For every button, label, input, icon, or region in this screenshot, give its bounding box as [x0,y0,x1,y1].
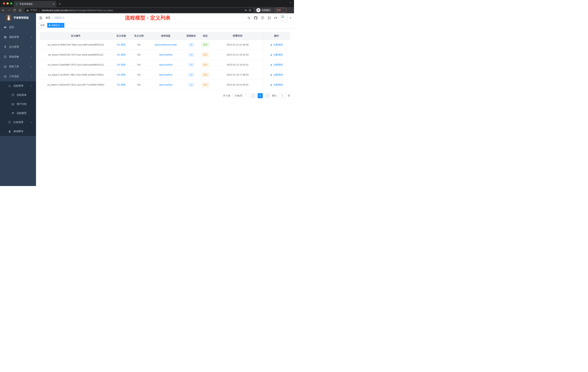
sidebar-item-label: 系统管理 [9,35,19,39]
sidebar-item-home[interactable]: 首页 [0,22,36,32]
sidebar-item-process-management[interactable]: 流程管理 [0,81,36,90]
sidebar-item-user-group[interactable]: 用户分组 [0,99,36,109]
sidebar-item-process-form[interactable]: 流程表单 [0,90,36,99]
key-icon[interactable] [244,9,247,12]
sidebar-item-process-model[interactable]: 流程模型 [0,109,36,118]
avatar-caret-icon[interactable]: ▼ [290,17,292,19]
page-size-select[interactable]: 10条/页 [232,93,249,98]
security-label[interactable]: 不安全 [30,9,37,12]
address-bar[interactable]: 不安全 | dashboard.yudao.iocoder.cn/bpm/man… [24,8,254,12]
back-icon[interactable] [2,9,5,12]
cell-deploy-time: 2022-01-22 20:34:10 [212,50,263,60]
paper-plane-icon [11,112,14,115]
avatar[interactable] [281,14,288,21]
assign-rule-link[interactable]: 分配规则 [270,53,283,56]
breadcrumb-home[interactable]: 首页 [45,16,51,20]
person-icon [270,74,272,76]
person-icon [270,54,272,56]
sidebar-collapse-icon[interactable] [36,16,45,20]
tag-close-icon[interactable]: × [62,24,63,27]
bookmark-star-icon[interactable] [249,9,252,12]
tags-view-bar: 首页 流程定义 × [36,22,294,28]
font-size-icon[interactable]: ᴛT [274,16,277,20]
forward-icon[interactable] [8,9,10,12]
navbar-actions: ᴛT ▼ [247,14,294,21]
browser-update-button[interactable]: 更新 ⋮ [275,8,286,12]
home-icon[interactable] [19,9,22,12]
person-icon [270,84,272,86]
app-logo-avatar [6,15,12,21]
definition-name-link[interactable]: OA 请假 [117,83,126,86]
form-link[interactable]: /bpm/oa/flow [159,83,173,86]
definition-name-link[interactable]: OA 请假 [117,53,126,56]
definition-table: 定义编号 定义名称 定义分类 表单信息 流程版本 状态 部署时间 操作 oa_l… [40,32,290,90]
maximize-window-button[interactable] [10,2,12,5]
search-icon[interactable] [247,16,251,20]
update-label[interactable]: 更新 [277,9,281,12]
person-icon [270,44,272,46]
cell-deploy-time: 2022-01-22 21:48:38 [212,40,263,50]
sidebar-item-task-management[interactable]: 任务管理 [0,118,36,127]
table-row: oa_leave:4:991f2193-7b7f-11ec-a3c8-acde4… [40,50,290,60]
sidebar-item-payment[interactable]: ¥ 支付管理 [0,42,36,52]
dashboard-icon [4,26,7,29]
cell-id: oa_leave:1:482ec033-762a-11ec-8477-a2380… [40,80,112,90]
status-badge: 挂起 [201,72,209,77]
definition-name-link[interactable]: OA 请假 [117,63,126,66]
sidebar-item-system[interactable]: 系统管理 [0,32,36,42]
sidebar-item-label: 流程表单 [17,93,27,97]
sidebar-item-infrastructure[interactable]: 基础设施 [0,52,36,62]
form-link[interactable]: /bpm/oa/flow [159,53,173,56]
sidebar-item-leave-query[interactable]: 请假查询 [0,127,36,136]
url-text[interactable]: dashboard.yudao.iocoder.cn/bpm/manager/d… [42,9,113,12]
cell-category: OA [131,70,147,80]
version-badge: v5 [188,43,194,47]
cell-category: OA [131,40,147,50]
github-icon[interactable] [254,16,257,20]
page-annotation-title: 流程模型 - 定义列表 [125,15,171,21]
assign-rule-link[interactable]: 分配规则 [270,73,283,77]
assign-rule-link[interactable]: 分配规则 [270,43,283,46]
new-tab-button[interactable]: + [59,2,61,6]
page-content: 定义编号 定义名称 定义分类 表单信息 流程版本 状态 部署时间 操作 oa_l… [36,28,294,186]
browser-toolbar: 不安全 | dashboard.yudao.iocoder.cn/bpm/man… [0,7,294,13]
sidebar-item-label: 首页 [9,26,14,29]
browser-tab[interactable]: 芋道管理系统 ✕ [14,1,56,7]
sidebar-item-label: 任务管理 [13,121,23,124]
prev-page-button[interactable]: ‹ [251,93,256,98]
form-icon [11,94,14,97]
help-icon[interactable] [261,16,264,20]
minimize-window-button[interactable] [7,2,9,5]
assign-rule-link[interactable]: 分配规则 [270,63,283,66]
sidebar-item-workflow[interactable]: 工作流程 [0,72,36,81]
cell-id: oa_leave:3:1fad3d93-7b75-11ec-a3c8-acde4… [40,60,112,70]
form-link[interactable]: /bpm/oa/flow [159,63,173,66]
assign-rule-link[interactable]: 分配规则 [270,83,283,87]
fullscreen-icon[interactable] [268,16,271,20]
tab-search-chevron-icon[interactable] [289,2,292,4]
tag-home[interactable]: 首页 [39,23,46,28]
form-link[interactable]: /bpm/oa/flow [159,73,173,76]
close-window-button[interactable] [3,2,5,5]
page-number-1[interactable]: 1 [258,93,263,98]
monitor-icon [4,55,7,58]
sidebar-item-dev-tools[interactable]: 研发工具 [0,62,36,72]
incognito-icon [256,8,260,12]
form-link[interactable]: /bpm/oa/leave/create [155,43,177,46]
reload-icon[interactable] [13,9,16,12]
tab-close-icon[interactable]: ✕ [52,2,54,5]
app-logo-row[interactable]: 芋道管理系统 [0,13,36,22]
table-row: oa_leave:5:004b710b-7b8a-11ec-8ef0-acde4… [40,40,290,50]
window-controls[interactable] [3,2,12,5]
breadcrumb-current: 流程定义 [54,16,65,20]
chevron-up-icon [30,76,32,77]
tag-process-definition[interactable]: 流程定义 × [47,23,64,28]
definition-name-link[interactable]: OA 请假 [117,43,126,46]
incognito-badge: 无痕模式 [256,8,273,13]
definition-name-link[interactable]: OA 请假 [117,73,126,76]
browser-chrome: 芋道管理系统 ✕ + 不安全 | dashboard.yudao.iocoder… [0,0,294,13]
browser-menu-icon[interactable]: ⋮ [282,9,285,12]
next-page-button[interactable]: › [265,93,270,98]
goto-page-input[interactable] [279,93,286,98]
gear-icon [4,36,7,39]
